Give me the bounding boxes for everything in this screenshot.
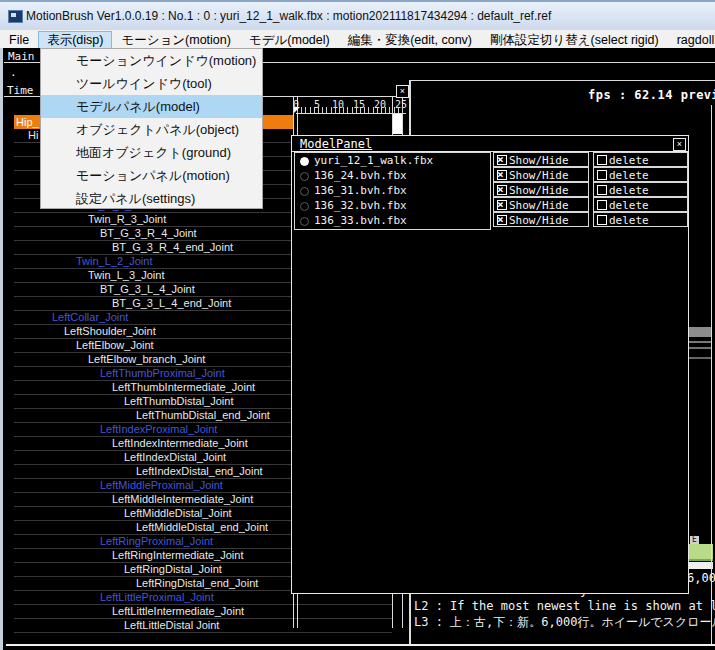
menu-bar: File表示(disp)モーション(motion)モデル(model)編集・変換… bbox=[0, 30, 715, 48]
menu-item-1[interactable]: 表示(disp) bbox=[38, 31, 112, 48]
model-select-radio[interactable] bbox=[300, 157, 309, 166]
model-panel-title: ModelPanel bbox=[300, 137, 372, 151]
model-name-list: yuri_12_1_walk.fbx136_24.bvh.fbx136_31.b… bbox=[294, 152, 491, 230]
viewport-border-top bbox=[410, 80, 715, 81]
menu-item-5[interactable]: 剛体設定切り替え(select rigid) bbox=[481, 31, 668, 48]
delete-label: delete bbox=[609, 169, 649, 182]
model-name: 136_33.bvh.fbx bbox=[314, 214, 407, 227]
show-hide-cell[interactable]: Show/Hide bbox=[493, 152, 589, 167]
ruler-label: 5 bbox=[314, 99, 320, 110]
show-hide-cell[interactable]: Show/Hide bbox=[493, 212, 589, 227]
playhead-marker[interactable] bbox=[294, 107, 300, 113]
model-name: 136_31.bvh.fbx bbox=[314, 184, 407, 197]
show-hide-label: Show/Hide bbox=[509, 199, 569, 212]
title-bar[interactable]: MotionBrush Ver1.0.0.19 : No.1 : 0 : yur… bbox=[0, 0, 715, 32]
menu-item-4[interactable]: 編集・変換(edit, conv) bbox=[339, 31, 481, 48]
delete-cell[interactable]: delete bbox=[593, 182, 688, 197]
dropdown-item[interactable]: モデルパネル(model) bbox=[41, 95, 262, 118]
delete-label: delete bbox=[609, 199, 649, 212]
hidden-panel-bar bbox=[689, 327, 712, 337]
dropdown-item[interactable]: 設定パネル(settings) bbox=[41, 187, 262, 210]
model-select-radio[interactable] bbox=[300, 217, 309, 226]
menu-item-2[interactable]: モーション(motion) bbox=[112, 31, 240, 48]
delete-checkbox[interactable] bbox=[597, 185, 607, 195]
menu-item-6[interactable]: ragdoll剛体選択(select bbox=[668, 31, 715, 48]
delete-label: delete bbox=[609, 184, 649, 197]
delete-checkbox[interactable] bbox=[597, 155, 607, 165]
model-row[interactable]: 136_24.bvh.fbx bbox=[295, 168, 490, 183]
show-hide-label: Show/Hide bbox=[509, 154, 569, 167]
model-row[interactable]: yuri_12_1_walk.fbx bbox=[295, 153, 490, 168]
tree-row[interactable]: LeftLittleIntermediate_Joint bbox=[14, 605, 392, 619]
model-panel-close-button[interactable]: × bbox=[673, 138, 686, 151]
window-frame-left bbox=[0, 48, 3, 650]
window-frame-bottom bbox=[6, 644, 715, 646]
app-icon bbox=[8, 10, 23, 23]
dropdown-item[interactable]: モーションパネル(motion) bbox=[41, 164, 262, 187]
model-select-radio[interactable] bbox=[300, 187, 309, 196]
hidden-panel-strip bbox=[689, 562, 713, 569]
model-select-radio[interactable] bbox=[300, 172, 309, 181]
delete-cell[interactable]: delete bbox=[593, 212, 688, 227]
show-hide-checkbox[interactable] bbox=[497, 170, 507, 180]
hidden-panel-line bbox=[689, 357, 712, 359]
dropdown-item[interactable]: モーションウインドウ(motion) bbox=[41, 49, 262, 72]
hidden-panel-line bbox=[689, 347, 712, 349]
show-hide-checkbox[interactable] bbox=[497, 200, 507, 210]
model-name: 136_24.bvh.fbx bbox=[314, 169, 407, 182]
model-select-radio[interactable] bbox=[300, 202, 309, 211]
model-panel: ModelPanel × yuri_12_1_walk.fbx136_24.bv… bbox=[291, 135, 689, 594]
delete-label: delete bbox=[609, 154, 649, 167]
dropdown-item[interactable]: オブジェクトパネル(object) bbox=[41, 118, 262, 141]
delete-checkbox[interactable] bbox=[597, 170, 607, 180]
ruler-baseline bbox=[296, 113, 406, 114]
tree-row[interactable]: LeftLittleDistal Joint bbox=[14, 619, 392, 633]
log-line-2: L2 : If the most newest line is shown at… bbox=[414, 599, 715, 614]
ruler-label: 25 bbox=[395, 99, 407, 110]
tree-row-label: LeftLittleIntermediate_Joint bbox=[112, 605, 392, 618]
window-title: MotionBrush Ver1.0.0.19 : No.1 : 0 : yur… bbox=[26, 9, 551, 23]
hidden-panel-line bbox=[689, 341, 712, 343]
model-name: 136_32.bvh.fbx bbox=[314, 199, 407, 212]
hidden-panel-border bbox=[711, 105, 712, 645]
main-panel-dot: . bbox=[10, 66, 17, 79]
dropdown-item[interactable]: ツールウインドウ(tool) bbox=[41, 72, 262, 95]
model-row[interactable]: 136_32.bvh.fbx bbox=[295, 198, 490, 213]
show-hide-label: Show/Hide bbox=[509, 214, 569, 227]
time-panel-close-button[interactable]: × bbox=[396, 85, 409, 98]
fps-readout: fps : 62.14 previ bbox=[588, 88, 715, 102]
timeline-scrollbar-thumb[interactable] bbox=[393, 114, 402, 134]
show-hide-checkbox[interactable] bbox=[497, 155, 507, 165]
delete-cell[interactable]: delete bbox=[593, 167, 688, 182]
log-line-3: L3 : 上：古,下：新。6,000行。ホイールでスクロール。 bbox=[414, 615, 715, 630]
delete-checkbox[interactable] bbox=[597, 215, 607, 225]
dropdown-item[interactable]: 地面オブジェクト(ground) bbox=[41, 141, 262, 164]
delete-label: delete bbox=[609, 214, 649, 227]
delete-cell[interactable]: delete bbox=[593, 197, 688, 212]
show-hide-cell[interactable]: Show/Hide bbox=[493, 182, 589, 197]
model-name: yuri_12_1_walk.fbx bbox=[314, 154, 433, 167]
model-row[interactable]: 136_31.bvh.fbx bbox=[295, 183, 490, 198]
menu-item-file[interactable]: File bbox=[0, 31, 38, 48]
tree-row-label: LeftLittleDistal Joint bbox=[124, 619, 392, 632]
hidden-panel-green-block bbox=[689, 544, 713, 561]
show-hide-label: Show/Hide bbox=[509, 184, 569, 197]
delete-checkbox[interactable] bbox=[597, 200, 607, 210]
model-panel-titlebar[interactable]: ModelPanel × bbox=[292, 136, 688, 152]
delete-cell[interactable]: delete bbox=[593, 152, 688, 167]
model-row[interactable]: 136_33.bvh.fbx bbox=[295, 213, 490, 228]
menu-item-3[interactable]: モデル(model) bbox=[240, 31, 339, 48]
app-window: MotionBrush Ver1.0.0.19 : No.1 : 0 : yur… bbox=[0, 0, 715, 650]
disp-dropdown-menu: モーションウインドウ(motion)ツールウインドウ(tool)モデルパネル(m… bbox=[40, 48, 263, 209]
show-hide-checkbox[interactable] bbox=[497, 215, 507, 225]
show-hide-cell[interactable]: Show/Hide bbox=[493, 197, 589, 212]
hidden-panel-tab: E bbox=[690, 536, 699, 544]
show-hide-cell[interactable]: Show/Hide bbox=[493, 167, 589, 182]
show-hide-label: Show/Hide bbox=[509, 169, 569, 182]
show-hide-checkbox[interactable] bbox=[497, 185, 507, 195]
